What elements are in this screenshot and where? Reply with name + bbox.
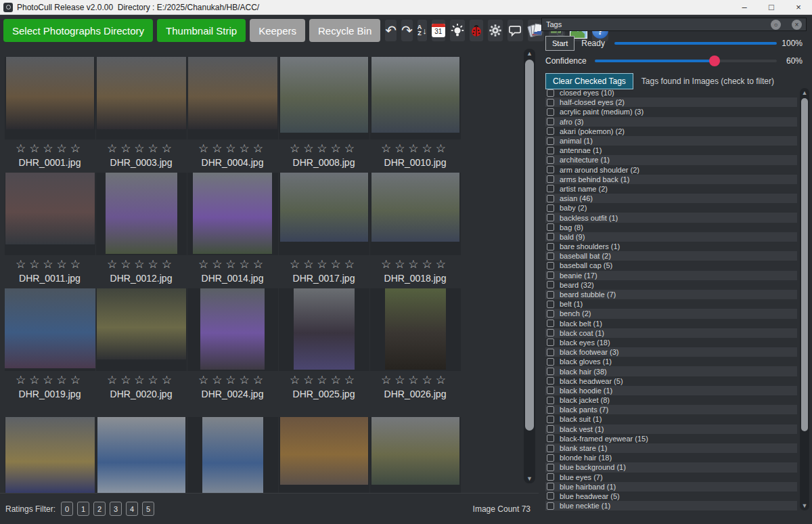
redo-button[interactable]: ↷ [401, 20, 413, 41]
tag-checkbox[interactable] [547, 483, 554, 490]
tag-row[interactable]: beard (32) [545, 280, 797, 290]
star-rating[interactable]: ☆☆☆☆☆ [290, 371, 358, 389]
thumbnail[interactable] [188, 57, 277, 129]
undo-button[interactable]: ↶ [385, 20, 397, 41]
tag-checkbox[interactable] [547, 368, 554, 375]
tag-checkbox[interactable] [547, 243, 554, 250]
tag-checkbox[interactable] [547, 310, 554, 318]
tag-row[interactable]: arm around shoulder (2) [545, 165, 797, 175]
tag-checkbox[interactable] [547, 397, 554, 404]
tag-checkbox[interactable] [547, 339, 554, 346]
thumbnail[interactable] [371, 173, 459, 242]
tag-checkbox[interactable] [547, 253, 554, 260]
close-button[interactable]: × [785, 0, 812, 15]
tag-checkbox[interactable] [547, 166, 554, 173]
tag-row[interactable]: bag (8) [545, 223, 797, 232]
thumbnail[interactable] [97, 288, 186, 359]
tag-row[interactable]: antennae (1) [545, 146, 797, 155]
tag-row[interactable]: asian (46) [545, 194, 797, 203]
tag-checkbox[interactable] [547, 99, 554, 106]
scroll-down-icon[interactable]: ▼ [524, 475, 535, 482]
thumbnail[interactable] [294, 288, 355, 370]
thumbnail[interactable] [385, 288, 446, 370]
tag-checkbox[interactable] [547, 387, 554, 394]
star-rating[interactable]: ☆☆☆☆☆ [290, 255, 358, 273]
confidence-slider-thumb[interactable] [709, 56, 720, 66]
tag-row[interactable]: black pants (7) [545, 405, 797, 414]
star-rating[interactable]: ☆☆☆☆☆ [107, 255, 175, 273]
sort-az-button[interactable]: AZ↓ [418, 20, 427, 41]
tag-checkbox[interactable] [547, 377, 554, 385]
tag-checkbox[interactable] [547, 204, 554, 212]
tag-checkbox[interactable] [547, 320, 554, 327]
tag-checkbox[interactable] [547, 127, 554, 135]
tag-checkbox[interactable] [547, 281, 554, 288]
tag-row[interactable]: black footwear (3) [545, 347, 797, 357]
tag-checkbox[interactable] [547, 89, 554, 97]
tag-row[interactable]: blank stare (1) [545, 443, 797, 453]
bug-button[interactable] [470, 20, 483, 41]
start-button[interactable]: Start [545, 36, 574, 51]
tag-row[interactable]: arms behind back (1) [545, 175, 797, 184]
tag-row[interactable]: baby (2) [545, 203, 797, 213]
tag-row[interactable]: baseball bat (2) [545, 251, 797, 261]
tag-row[interactable]: black vest (1) [545, 424, 797, 434]
lightbulb-button[interactable] [450, 20, 465, 41]
thumbnail[interactable] [202, 417, 263, 493]
tag-row[interactable]: black hair (38) [545, 366, 797, 376]
thumbnail[interactable] [5, 173, 95, 244]
tag-checkbox[interactable] [547, 223, 554, 231]
thumbnail[interactable] [371, 57, 459, 133]
tag-checkbox[interactable] [547, 454, 554, 462]
tag-checkbox[interactable] [547, 108, 554, 116]
star-rating[interactable]: ☆☆☆☆☆ [107, 371, 175, 389]
tag-row[interactable]: akari (pokemon) (2) [545, 127, 797, 136]
gallery-scrollbar[interactable]: ▲ ▼ [524, 49, 535, 483]
select-photographs-directory-button[interactable]: Select Photographs Directory [3, 19, 153, 42]
thumbnail[interactable] [280, 417, 368, 485]
tag-row[interactable]: backless outfit (1) [545, 213, 797, 222]
chat-button[interactable] [508, 20, 523, 41]
scroll-up-icon[interactable]: ▲ [524, 50, 535, 57]
tag-row[interactable]: black headwear (5) [545, 376, 797, 386]
rating-filter-button-5[interactable]: 5 [142, 502, 154, 516]
dock-icon[interactable]: ○ [771, 20, 781, 30]
thumbnail-strip-button[interactable]: Thumbnail Strip [157, 19, 246, 42]
tag-checkbox[interactable] [547, 473, 554, 481]
star-rating[interactable]: ☆☆☆☆☆ [290, 139, 358, 157]
star-rating[interactable]: ☆☆☆☆☆ [381, 371, 449, 389]
thumbnail[interactable] [280, 173, 368, 242]
tag-checkbox[interactable] [547, 291, 554, 299]
tag-row[interactable]: artist name (2) [545, 184, 797, 194]
clear-checked-tags-button[interactable]: Clear Checked Tags [545, 73, 633, 89]
tag-row[interactable]: half-closed eyes (2) [545, 97, 797, 107]
tag-checkbox[interactable] [547, 233, 554, 240]
thumbnail[interactable] [193, 173, 272, 254]
rating-filter-button-2[interactable]: 2 [93, 502, 106, 516]
tag-row[interactable]: black gloves (1) [545, 357, 797, 366]
tag-checkbox[interactable] [547, 358, 554, 366]
thumbnail[interactable] [5, 417, 95, 493]
tag-checkbox[interactable] [547, 147, 554, 154]
star-rating[interactable]: ☆☆☆☆☆ [198, 139, 267, 157]
tag-checkbox[interactable] [547, 137, 554, 145]
scroll-up-icon[interactable]: ▲ [800, 89, 809, 96]
tag-checkbox[interactable] [547, 262, 554, 269]
recycle-bin-button[interactable]: Recycle Bin [309, 19, 380, 42]
gallery-scrollbar-thumb[interactable] [525, 60, 534, 431]
tag-checkbox[interactable] [547, 185, 554, 192]
tag-checkbox[interactable] [547, 502, 554, 510]
tag-row[interactable]: blue necktie (1) [545, 501, 797, 510]
minimize-button[interactable]: – [731, 0, 758, 15]
gear-button[interactable] [488, 20, 503, 41]
tag-checkbox[interactable] [547, 195, 554, 202]
tag-row[interactable]: black-framed eyewear (15) [545, 434, 797, 443]
rating-filter-button-4[interactable]: 4 [126, 502, 138, 516]
tag-row[interactable]: blue background (1) [545, 462, 797, 472]
tag-row[interactable]: architecture (1) [545, 155, 797, 165]
tag-checkbox[interactable] [547, 464, 554, 471]
tags-scrollbar-thumb[interactable] [801, 98, 808, 431]
rating-filter-button-0[interactable]: 0 [61, 502, 73, 516]
tag-row[interactable]: baseball cap (5) [545, 261, 797, 270]
tag-checkbox[interactable] [547, 118, 554, 125]
